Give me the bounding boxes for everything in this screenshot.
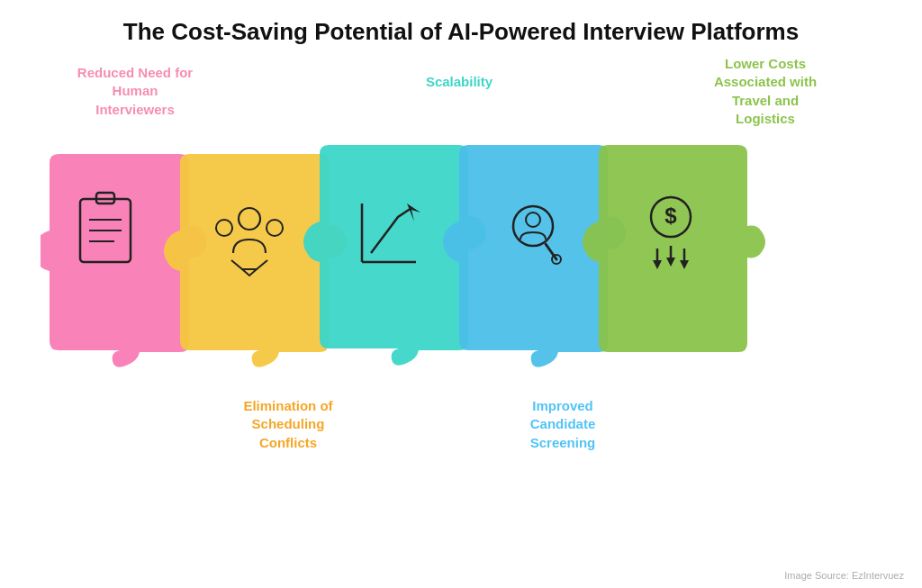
puzzle-area: Reduced Need forHumanInterviewers Scalab…	[27, 55, 895, 523]
puzzle-piece-green	[583, 145, 765, 352]
label-blue-below: ImprovedCandidateScreening	[482, 397, 644, 452]
label-teal-above: Scalability	[401, 73, 518, 91]
label-yellow-below: Elimination ofSchedulingConflicts	[203, 397, 374, 452]
image-source: Image Source: EzIntervuez	[784, 570, 904, 581]
label-green-above: Lower CostsAssociated withTravel andLogi…	[675, 55, 855, 128]
svg-text:$: $	[664, 204, 677, 228]
label-pink-above: Reduced Need forHumanInterviewers	[54, 64, 216, 119]
page-title: The Cost-Saving Potential of AI-Powered …	[27, 18, 895, 46]
main-container: The Cost-Saving Potential of AI-Powered …	[0, 0, 922, 588]
